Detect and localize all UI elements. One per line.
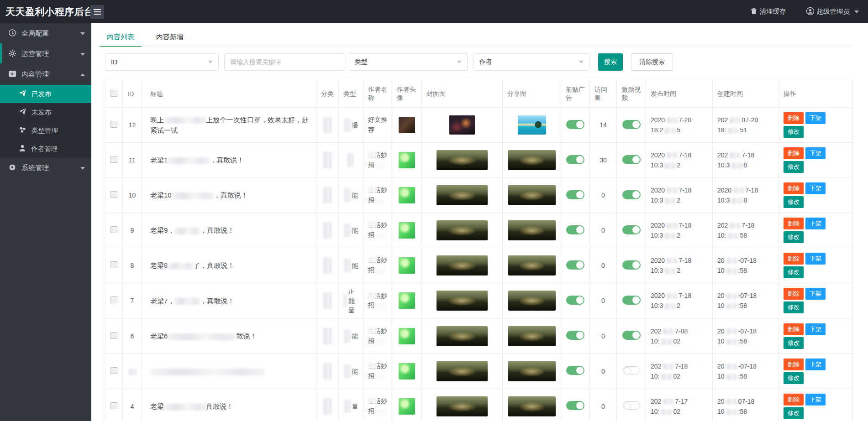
- incentive-video-toggle[interactable]: [622, 260, 641, 270]
- edit-button[interactable]: 修改: [784, 337, 804, 349]
- share-image[interactable]: [508, 291, 556, 311]
- incentive-video-toggle[interactable]: [622, 296, 641, 305]
- incentive-video-toggle[interactable]: [623, 401, 640, 410]
- share-image[interactable]: [508, 361, 556, 381]
- pre-ad-toggle[interactable]: [566, 331, 584, 340]
- offline-button[interactable]: 下架: [805, 218, 826, 229]
- pre-ad-toggle[interactable]: [566, 366, 584, 375]
- incentive-video-toggle[interactable]: [622, 331, 641, 340]
- share-image[interactable]: [508, 185, 556, 205]
- title-redaction: [172, 192, 214, 199]
- row-checkbox[interactable]: [110, 261, 117, 268]
- type-filter-select[interactable]: 类型: [349, 53, 468, 71]
- id-filter-select[interactable]: ID: [105, 53, 219, 71]
- row-checkbox[interactable]: [110, 191, 117, 198]
- incentive-video-toggle[interactable]: [622, 225, 641, 234]
- delete-button[interactable]: 删除: [784, 112, 804, 124]
- edit-button[interactable]: 修改: [784, 407, 804, 419]
- sidebar-item-type-management[interactable]: 类型管理: [0, 121, 91, 140]
- pre-ad-toggle[interactable]: [566, 296, 584, 305]
- delete-button[interactable]: 删除: [784, 147, 804, 159]
- sidebar-item-global-config[interactable]: 全局配置: [0, 23, 91, 44]
- delete-button[interactable]: 删除: [784, 359, 804, 370]
- sidebar-item-published[interactable]: 已发布: [0, 85, 91, 103]
- offline-button[interactable]: 下架: [805, 359, 826, 370]
- cover-image[interactable]: [437, 361, 488, 381]
- row-visits: 30: [590, 143, 617, 178]
- search-keyword-input[interactable]: [224, 53, 344, 71]
- tab-content-add[interactable]: 内容新增: [154, 28, 185, 47]
- incentive-video-toggle[interactable]: [622, 120, 641, 129]
- pre-ad-toggle[interactable]: [566, 155, 584, 164]
- select-all-checkbox[interactable]: [110, 90, 117, 97]
- edit-button[interactable]: 修改: [784, 231, 804, 243]
- edit-button[interactable]: 修改: [784, 196, 804, 208]
- author-filter-select[interactable]: 作者: [473, 53, 589, 71]
- sidebar-item-operations[interactable]: 运营管理: [0, 44, 91, 64]
- pre-ad-toggle[interactable]: [566, 120, 584, 129]
- pre-ad-toggle[interactable]: [566, 260, 584, 270]
- share-image[interactable]: [508, 150, 556, 170]
- row-visits: 0: [590, 283, 617, 319]
- clear-search-button[interactable]: 清除搜索: [631, 53, 673, 71]
- share-image[interactable]: [508, 220, 556, 240]
- offline-button[interactable]: 下架: [805, 182, 826, 194]
- offline-button[interactable]: 下架: [805, 288, 826, 300]
- admin-user-menu[interactable]: 超级管理员: [806, 7, 859, 16]
- row-checkbox[interactable]: [110, 156, 117, 163]
- cover-image[interactable]: [449, 115, 475, 135]
- row-checkbox[interactable]: [110, 121, 117, 128]
- cover-image[interactable]: [437, 291, 488, 311]
- edit-button[interactable]: 修改: [784, 126, 804, 138]
- edit-button[interactable]: 修改: [784, 161, 804, 173]
- hamburger-menu-icon[interactable]: [90, 5, 104, 19]
- offline-button[interactable]: 下架: [805, 112, 826, 124]
- tab-content-list[interactable]: 内容列表: [105, 28, 136, 47]
- sidebar-item-author-management[interactable]: 作者管理: [0, 140, 91, 158]
- cover-image[interactable]: [437, 150, 488, 170]
- row-checkbox[interactable]: [110, 402, 117, 409]
- row-checkbox[interactable]: [110, 367, 117, 374]
- row-id-cell: 8: [123, 248, 142, 283]
- row-checkbox[interactable]: [110, 226, 117, 233]
- delete-button[interactable]: 删除: [784, 288, 804, 300]
- offline-button[interactable]: 下架: [805, 253, 826, 265]
- search-button[interactable]: 搜索: [598, 53, 623, 71]
- row-publish-time: 2027-17 10:02: [646, 389, 713, 421]
- share-image[interactable]: [508, 326, 556, 346]
- delete-button[interactable]: 删除: [784, 253, 804, 265]
- sidebar-item-content-management[interactable]: 内容管理: [0, 64, 91, 85]
- clear-cache-button[interactable]: 清理缓存: [751, 7, 786, 16]
- edit-button[interactable]: 修改: [784, 372, 804, 384]
- offline-button[interactable]: 下架: [805, 323, 826, 335]
- pre-ad-toggle[interactable]: [566, 190, 584, 199]
- offline-button[interactable]: 下架: [805, 394, 826, 405]
- share-image[interactable]: [508, 396, 556, 416]
- share-image[interactable]: [508, 255, 556, 275]
- row-type: 能: [339, 318, 363, 353]
- delete-button[interactable]: 删除: [784, 218, 804, 229]
- cover-image[interactable]: [437, 185, 488, 205]
- offline-button[interactable]: 下架: [805, 147, 826, 159]
- sidebar-item-system-management[interactable]: 系统管理: [0, 158, 91, 178]
- pre-ad-toggle[interactable]: [566, 225, 584, 234]
- cover-image[interactable]: [437, 255, 488, 275]
- chevron-up-icon: [80, 73, 85, 76]
- incentive-video-toggle[interactable]: [622, 190, 641, 199]
- share-image[interactable]: [518, 115, 546, 135]
- cover-image[interactable]: [437, 396, 488, 416]
- cover-image[interactable]: [437, 220, 488, 240]
- edit-button[interactable]: 修改: [784, 266, 804, 278]
- incentive-video-toggle[interactable]: [623, 366, 640, 374]
- row-checkbox[interactable]: [110, 296, 117, 303]
- delete-button[interactable]: 删除: [784, 323, 804, 335]
- incentive-video-toggle[interactable]: [622, 155, 641, 164]
- delete-button[interactable]: 删除: [784, 394, 804, 405]
- sidebar-item-unpublished[interactable]: 未发布: [0, 103, 91, 121]
- cover-image[interactable]: [437, 326, 488, 346]
- gear-icon: [9, 50, 21, 58]
- row-checkbox[interactable]: [110, 332, 117, 339]
- delete-button[interactable]: 删除: [784, 182, 804, 194]
- edit-button[interactable]: 修改: [784, 301, 804, 313]
- pre-ad-toggle[interactable]: [566, 401, 584, 410]
